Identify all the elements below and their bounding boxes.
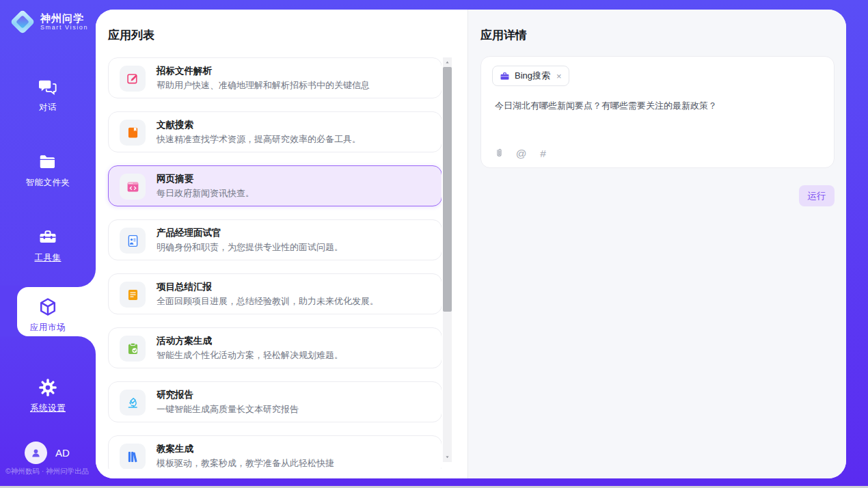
person-icon: [29, 446, 42, 459]
sidebar-item-label: 应用市场: [30, 322, 66, 334]
gear-icon: [38, 377, 58, 398]
book-icon: [120, 120, 146, 146]
app-detail-panel: 应用详情 Bing搜索 × 今日湖北有哪些新闻要点？有哪些需要关注的最新政策？ …: [467, 10, 846, 478]
app-card-title: 项目总结汇报: [157, 281, 212, 293]
briefcase-icon: [500, 71, 510, 81]
composer-card: Bing搜索 × 今日湖北有哪些新闻要点？有哪些需要关注的最新政策？ @#: [480, 56, 835, 168]
app-card[interactable]: 活动方案生成 智能生成个性化活动方案，轻松解决规划难题。: [108, 327, 442, 368]
app-detail-title: 应用详情: [480, 27, 527, 43]
app-card-desc: 全面回顾项目进展，总结经验教训，助力未来优化发展。: [157, 295, 379, 308]
app-card-desc: 智能生成个性化活动方案，轻松解决规划难题。: [157, 349, 343, 362]
books-icon: [120, 444, 146, 469]
app-card-desc: 模板驱动，教案秒成，教学准备从此轻松快捷: [157, 457, 334, 469]
copyright-text: ©神州数码 · 神州问学出品: [5, 467, 96, 476]
cube-icon: [38, 297, 58, 317]
toolbox-icon: [38, 227, 58, 247]
scroll-up-icon[interactable]: [443, 59, 452, 66]
at-icon[interactable]: @: [515, 148, 527, 159]
sidebar-item-label: 系统设置: [30, 403, 66, 414]
scrollbar-thumb[interactable]: [443, 67, 452, 312]
brand-tagline: Smart Vision: [40, 24, 88, 31]
app-card-desc: 快速精准查找学术资源，提高研究效率的必备工具。: [157, 133, 361, 146]
app-card-desc: 每日政府新闻资讯快查。: [157, 187, 254, 200]
scroll-down-icon[interactable]: [443, 453, 452, 461]
app-card-desc: 明确身份和职责，为您提供专业性的面试问题。: [157, 241, 343, 254]
hash-icon[interactable]: #: [537, 148, 549, 159]
sidebar-item-chat[interactable]: 对话: [0, 68, 96, 144]
app-card-title: 活动方案生成: [157, 335, 212, 347]
clipboard-check-icon: [120, 336, 146, 362]
user-initials: AD: [55, 447, 70, 459]
app-card-title: 产品经理面试官: [157, 227, 221, 239]
avatar: [25, 442, 47, 464]
browser-code-icon: [120, 174, 146, 200]
tool-tag-label: Bing搜索: [515, 70, 550, 82]
app-list-panel: 应用列表 招标文件解析 帮助用户快速、准确地理解和解析招标书中的关键信息 文献搜…: [96, 10, 467, 478]
app-card-desc: 帮助用户快速、准确地理解和解析招标书中的关键信息: [157, 79, 370, 92]
app-card[interactable]: 研究报告 一键智能生成高质量长文本研究报告: [108, 381, 442, 422]
paperclip-icon[interactable]: [493, 148, 505, 159]
app-card[interactable]: 教案生成 模板驱动，教案秒成，教学准备从此轻松快捷: [108, 435, 442, 469]
app-list-viewport: 招标文件解析 帮助用户快速、准确地理解和解析招标书中的关键信息 文献搜索 快速精…: [96, 57, 442, 469]
app-card-title: 招标文件解析: [157, 65, 212, 77]
sidebar-item-folders[interactable]: 智能文件夹: [0, 144, 96, 219]
diamond-logo-icon: [10, 9, 36, 35]
main-content: 应用列表 招标文件解析 帮助用户快速、准确地理解和解析招标书中的关键信息 文献搜…: [96, 10, 846, 478]
tool-tag[interactable]: Bing搜索 ×: [492, 66, 569, 86]
app-list-title: 应用列表: [108, 27, 154, 43]
microscope-icon: [120, 390, 146, 416]
app-card-title: 网页摘要: [157, 173, 193, 185]
sidebar-item-settings[interactable]: 系统设置: [0, 369, 96, 444]
app-card[interactable]: 网页摘要 每日政府新闻资讯快查。: [108, 165, 442, 206]
app-card[interactable]: 文献搜索 快速精准查找学术资源，提高研究效率的必备工具。: [108, 111, 442, 152]
sidebar-item-tools[interactable]: 工具集: [0, 219, 96, 294]
sidebar-item-label: 智能文件夹: [26, 177, 70, 189]
run-button[interactable]: 运行: [799, 185, 835, 206]
app-card[interactable]: 项目总结汇报 全面回顾项目进展，总结经验教训，助力未来优化发展。: [108, 273, 442, 314]
sidebar-item-market[interactable]: 应用市场: [0, 294, 96, 369]
sidebar-nav: 对话 智能文件夹 工具集 应用市场 系统设置: [0, 68, 96, 444]
app-card[interactable]: 招标文件解析 帮助用户快速、准确地理解和解析招标书中的关键信息: [108, 57, 442, 98]
sidebar-item-label: 对话: [39, 102, 57, 113]
close-icon[interactable]: ×: [556, 72, 562, 81]
brand-logo: 神州问学 Smart Vision: [10, 9, 88, 35]
user-row[interactable]: AD: [25, 442, 70, 464]
app-card-title: 文献搜索: [157, 119, 193, 131]
app-card[interactable]: 产品经理面试官 明确身份和职责，为您提供专业性的面试问题。: [108, 219, 442, 260]
sidebar: 神州问学 Smart Vision 对话 智能文件夹 工具集 应用市场 系统设置: [0, 0, 96, 488]
app-card-title: 研究报告: [157, 389, 193, 401]
resume-icon: [120, 228, 146, 254]
app-card-desc: 一键智能生成高质量长文本研究报告: [157, 403, 299, 416]
folder-icon: [38, 152, 58, 172]
chat-icon: [38, 77, 58, 97]
brand-name: 神州问学: [40, 12, 88, 24]
sidebar-item-label: 工具集: [35, 252, 62, 264]
app-card-title: 教案生成: [157, 443, 193, 455]
composer-toolbar: @#: [493, 148, 549, 159]
list-scrollbar[interactable]: [443, 57, 452, 462]
prompt-text[interactable]: 今日湖北有哪些新闻要点？有哪些需要关注的最新政策？: [495, 99, 820, 112]
doc-edit-icon: [120, 66, 146, 92]
app-cards: 招标文件解析 帮助用户快速、准确地理解和解析招标书中的关键信息 文献搜索 快速精…: [108, 57, 442, 469]
report-icon: [120, 282, 146, 308]
